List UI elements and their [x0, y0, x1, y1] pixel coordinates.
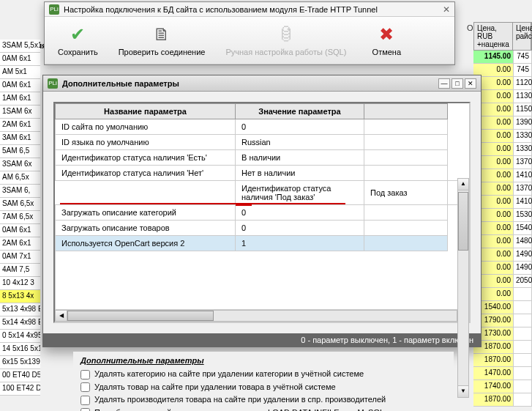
bg-right-row[interactable]: 0.001370: [473, 182, 532, 196]
bg-right-row[interactable]: 0.001530: [473, 209, 532, 222]
bg-left-row[interactable]: 1SAM 6x: [0, 105, 40, 119]
close-icon[interactable]: ✕: [443, 4, 450, 15]
param-value-cell[interactable]: 1: [236, 236, 364, 251]
scroll-thumb[interactable]: [458, 192, 468, 251]
param-name-cell[interactable]: Загружать описание категорий: [56, 205, 236, 221]
params-table[interactable]: Название параметра Значение параметра ID…: [55, 103, 469, 251]
bg-left-row[interactable]: 7AM 6,5x: [0, 211, 40, 224]
checkbox[interactable]: [80, 396, 90, 405]
bg-right-row[interactable]: 0.001330: [473, 130, 532, 143]
bg-right-row[interactable]: 0.001480: [473, 235, 532, 248]
table-row[interactable]: Используется OpenCart версия 21: [56, 236, 469, 251]
maximize-icon[interactable]: □: [452, 78, 463, 89]
checkbox[interactable]: [80, 408, 90, 411]
scroll-left-icon[interactable]: ◀: [56, 311, 67, 321]
scroll-down-icon[interactable]: ▼: [458, 385, 468, 397]
param-value-cell[interactable]: 0: [236, 205, 364, 221]
table-row[interactable]: Идентификатор статуса наличия 'Нет'Нет в…: [56, 166, 469, 181]
bg-right-row[interactable]: 0.001390: [473, 116, 532, 130]
h-scrollbar[interactable]: ◀ ▶: [55, 310, 469, 322]
bg-right-row[interactable]: 1730.00: [473, 327, 532, 341]
bg-left-row[interactable]: 6x15 5x139,: [0, 356, 40, 369]
bg-left-row[interactable]: 100 ET42 D57: [0, 382, 40, 396]
param-value-cell[interactable]: 0: [236, 119, 364, 135]
bg-right-row[interactable]: 0.001540: [473, 222, 532, 235]
bg-left-row[interactable]: 10 4x12 3: [0, 277, 40, 290]
scroll-thumb[interactable]: [67, 311, 214, 321]
bg-left-row[interactable]: 0AM 7x1: [0, 251, 40, 264]
table-row[interactable]: Загружать описание категорий0: [56, 205, 469, 221]
v-scrollbar[interactable]: ▲ ▼: [457, 178, 469, 398]
bg-left-row[interactable]: 0 5x14 4x95: [0, 330, 40, 343]
bg-right-row[interactable]: 0.001150: [473, 103, 532, 116]
bg-right-row[interactable]: 0.001490: [473, 248, 532, 262]
param-value-cell[interactable]: Russian: [236, 135, 364, 150]
table-row[interactable]: Идентификатор статуса наличия 'Под заказ…: [56, 181, 469, 205]
connection-dialog-titlebar[interactable]: PLi Настройка подключения к БД сайта с и…: [45, 2, 454, 17]
save-button[interactable]: ✔ Сохранить: [52, 21, 104, 59]
bg-right-row[interactable]: 1740.00: [473, 380, 532, 393]
bg-left-row[interactable]: 0AM 6x1: [0, 53, 40, 66]
bg-left-row[interactable]: 8 5x13 4x: [0, 290, 40, 303]
bg-left-row[interactable]: 3SAM 6,: [0, 185, 40, 198]
additional-param-item[interactable]: При обновлении сайта использовать команд…: [80, 407, 446, 411]
bg-right-row[interactable]: 1145.00745: [473, 51, 532, 64]
bg-left-row[interactable]: 14 5x16 5x139: [0, 343, 40, 356]
bg-left-row[interactable]: 2AM 6x1: [0, 237, 40, 251]
bg-right-row[interactable]: 0.002050: [473, 275, 532, 288]
scroll-up-icon[interactable]: ▲: [458, 179, 468, 190]
minimize-icon[interactable]: —: [438, 78, 450, 89]
bg-right-row[interactable]: 0.001410: [473, 196, 532, 209]
bg-left-row[interactable]: 3SAM 6x: [0, 158, 40, 171]
bg-left-row[interactable]: 2AM 6x1: [0, 119, 40, 132]
param-value-cell[interactable]: В наличии: [236, 150, 364, 166]
bg-right-row[interactable]: 1540.00: [473, 301, 532, 314]
bg-right-row[interactable]: 0.00: [473, 288, 532, 301]
additional-param-item[interactable]: Удалять производителя товара на сайте пр…: [80, 393, 446, 407]
param-name-cell[interactable]: ID сайта по умолчанию: [56, 119, 236, 135]
bg-left-row[interactable]: 3SAM 5,5x14: [0, 40, 40, 53]
bg-right-row[interactable]: 1470.00: [473, 367, 532, 380]
param-name-cell[interactable]: Идентификатор статуса наличия 'Под заказ…: [236, 181, 364, 205]
table-row[interactable]: Загружать описание товаров0: [56, 221, 469, 236]
bg-left-row[interactable]: AM 5x1: [0, 66, 40, 79]
bg-right-row[interactable]: 0.001120: [473, 77, 532, 90]
cancel-button[interactable]: ✖ Отмена: [361, 21, 412, 59]
bg-right-row[interactable]: 1870.00: [473, 341, 532, 354]
bg-right-row[interactable]: 0.001490: [473, 262, 532, 275]
params-dialog-titlebar[interactable]: PLi Дополнительные параметры — □ ✕: [43, 75, 481, 92]
table-row[interactable]: ID сайта по умолчанию0: [56, 119, 469, 135]
bg-left-row[interactable]: 1AM 6x1: [0, 92, 40, 105]
param-name-cell[interactable]: ID языка по умолчанию: [56, 135, 236, 150]
param-name-cell[interactable]: Идентификатор статуса наличия 'Есть': [56, 150, 236, 166]
check-connection-button[interactable]: 🗎 Проверить соединение: [113, 21, 211, 59]
bg-left-row[interactable]: 5x14 4x98 E: [0, 316, 40, 330]
bg-left-row[interactable]: 4AM 7,5: [0, 264, 40, 277]
bg-left-row[interactable]: 00 ET40 D57: [0, 369, 40, 382]
additional-param-item[interactable]: Удалять категорию на сайте при удалении …: [80, 368, 446, 381]
table-row[interactable]: ID языка по умолчаниюRussian: [56, 135, 469, 150]
bg-right-row[interactable]: 0.001130: [473, 90, 532, 103]
param-name-cell[interactable]: Загружать описание товаров: [56, 221, 236, 236]
manual-sql-button[interactable]: 🛢 Ручная настройка работы (SQL): [220, 21, 352, 59]
bg-left-row[interactable]: AM 6,5x: [0, 171, 40, 185]
bg-left-row[interactable]: 0AM 6x1: [0, 224, 40, 237]
checkbox[interactable]: [80, 382, 90, 392]
bg-right-row[interactable]: 1870.00: [473, 354, 532, 367]
param-name-cell[interactable]: Идентификатор статуса наличия 'Нет': [56, 166, 236, 181]
close-icon[interactable]: ✕: [465, 78, 476, 89]
bg-right-row[interactable]: 0.001370: [473, 156, 532, 169]
bg-right-row[interactable]: 1870.00: [473, 393, 532, 407]
param-value-cell[interactable]: Нет в наличии: [236, 166, 364, 181]
bg-left-row[interactable]: SAM 6,5x: [0, 198, 40, 211]
bg-right-row[interactable]: 0.00745: [473, 64, 532, 77]
bg-right-row[interactable]: 1790.00: [473, 314, 532, 327]
bg-right-row[interactable]: 0.001410: [473, 169, 532, 182]
param-value-cell[interactable]: Под заказ: [364, 181, 448, 205]
bg-right-row[interactable]: 0.001330: [473, 143, 532, 156]
table-row[interactable]: Идентификатор статуса наличия 'Есть'В на…: [56, 150, 469, 166]
bg-left-row[interactable]: 0AM 6x1: [0, 79, 40, 92]
param-name-cell[interactable]: Используется OpenCart версия 2: [56, 236, 236, 251]
param-value-cell[interactable]: 0: [236, 221, 364, 236]
checkbox[interactable]: [80, 370, 90, 379]
